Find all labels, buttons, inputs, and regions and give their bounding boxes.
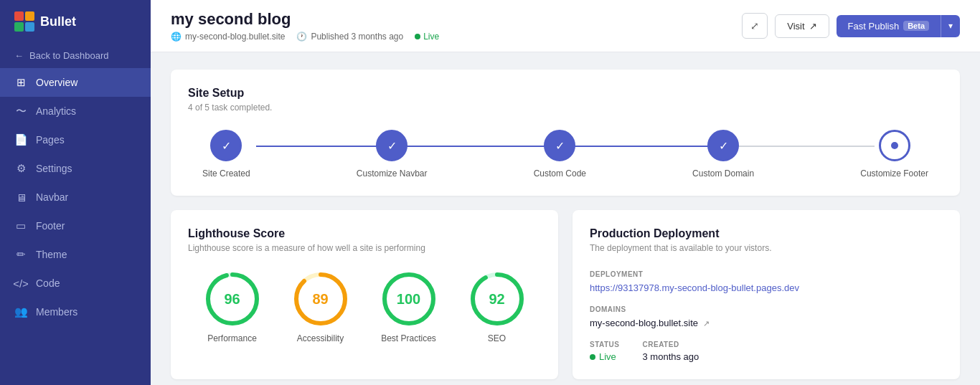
step-label-4: Custom Domain	[692, 168, 754, 179]
progress-steps: ✓ Site Created ✓ Customize Navbar ✓ Cust…	[188, 130, 943, 179]
sidebar-nav: ⊞ Overview 〜 Analytics 📄 Pages ⚙ Setting…	[0, 68, 151, 385]
deployment-status-value: Live	[590, 351, 620, 362]
deployment-status-label: STATUS	[590, 341, 620, 348]
header-meta: 🌐 my-second-blog.bullet.site 🕐 Published…	[171, 32, 439, 42]
site-setup-title: Site Setup	[188, 87, 943, 100]
score-number-accessibility: 89	[312, 291, 328, 308]
site-setup-subtitle: 4 of 5 task completed.	[188, 103, 943, 113]
score-number-best-practices: 100	[397, 291, 420, 308]
code-icon: </>	[14, 277, 27, 290]
step-customize-navbar: ✓ Customize Navbar	[357, 130, 428, 179]
back-to-dashboard[interactable]: ← Back to Dashboard	[0, 43, 151, 68]
deployment-domains-field: DOMAINS my-second-blog.bullet.site ↗	[590, 305, 943, 329]
step-circle-4: ✓	[707, 130, 739, 161]
content: Site Setup 4 of 5 task completed. ✓ Site…	[151, 52, 980, 385]
deployment-title: Production Deployment	[590, 227, 943, 240]
chevron-down-icon: ▾	[948, 21, 953, 31]
deployment-meta: STATUS Live CREATED 3 months ago	[590, 341, 943, 362]
lighthouse-card: Lighthouse Score Lighthouse score is a m…	[171, 210, 558, 379]
sidebar-item-members[interactable]: 👥 Members	[0, 298, 151, 326]
published-meta: 🕐 Published 3 months ago	[296, 32, 403, 42]
deployment-domains-label: DOMAINS	[590, 305, 943, 313]
members-icon: 👥	[14, 305, 27, 318]
score-best-practices: 100 Best Practices	[380, 270, 438, 343]
deployment-url-link[interactable]: https://93137978.my-second-blog-bullet.p…	[590, 282, 799, 293]
score-circle-accessibility: 89	[292, 270, 349, 328]
lighthouse-title: Lighthouse Score	[188, 227, 541, 240]
two-col-section: Lighthouse Score Lighthouse score is a m…	[171, 210, 960, 379]
share-button[interactable]: ⤢	[742, 13, 768, 39]
navbar-icon: 🖥	[14, 191, 27, 204]
sidebar-item-footer[interactable]: ▭ Footer	[0, 211, 151, 240]
site-setup-card: Site Setup 4 of 5 task completed. ✓ Site…	[171, 70, 960, 196]
overview-icon: ⊞	[14, 76, 27, 89]
header: my second blog 🌐 my-second-blog.bullet.s…	[151, 0, 980, 52]
deployment-status-field: STATUS Live	[590, 341, 620, 362]
analytics-icon: 〜	[14, 105, 27, 118]
back-arrow-icon: ←	[14, 50, 24, 61]
step-circle-1: ✓	[210, 130, 242, 161]
sidebar-item-settings[interactable]: ⚙ Settings	[0, 154, 151, 183]
score-number-performance: 96	[224, 291, 240, 308]
sidebar-item-pages[interactable]: 📄 Pages	[0, 125, 151, 154]
visit-button[interactable]: Visit ↗	[775, 14, 829, 38]
deployment-created-field: CREATED 3 months ago	[643, 341, 699, 362]
deployment-subtitle: The deployment that is available to your…	[590, 243, 943, 253]
score-seo: 92 SEO	[468, 270, 526, 343]
score-circle-performance: 96	[204, 270, 261, 328]
pages-icon: 📄	[14, 133, 27, 146]
fast-publish-button[interactable]: Fast Publish Beta	[837, 15, 941, 37]
step-custom-domain: ✓ Custom Domain	[692, 130, 754, 179]
logo: Bullet	[0, 0, 151, 43]
sidebar-item-navbar[interactable]: 🖥 Navbar	[0, 183, 151, 211]
main-area: my second blog 🌐 my-second-blog.bullet.s…	[151, 0, 980, 385]
deployment-card: Production Deployment The deployment tha…	[573, 210, 960, 379]
score-label-accessibility: Accessibility	[297, 333, 344, 343]
footer-icon: ▭	[14, 219, 27, 232]
score-circle-best-practices: 100	[380, 270, 438, 328]
step-circle-2: ✓	[376, 130, 407, 161]
clock-icon: 🕐	[296, 32, 307, 42]
live-dot	[415, 34, 420, 39]
status-live-dot	[590, 354, 595, 360]
step-site-created: ✓ Site Created	[202, 130, 250, 179]
header-left: my second blog 🌐 my-second-blog.bullet.s…	[171, 10, 439, 42]
lighthouse-subtitle: Lighthouse score is a measure of how wel…	[188, 243, 541, 253]
sidebar-item-code[interactable]: </> Code	[0, 269, 151, 298]
step-label-3: Custom Code	[534, 168, 586, 179]
beta-badge: Beta	[903, 21, 929, 31]
external-link-icon: ↗	[703, 319, 710, 328]
score-label-best-practices: Best Practices	[381, 333, 436, 343]
step-customize-footer: Customize Footer	[860, 130, 928, 179]
step-custom-code: ✓ Custom Code	[534, 130, 586, 179]
live-badge: Live	[415, 32, 439, 42]
lighthouse-scores: 96 Performance 89 Accessib	[188, 270, 541, 343]
step-label-2: Customize Navbar	[357, 168, 428, 179]
sidebar: Bullet ← Back to Dashboard ⊞ Overview 〜 …	[0, 0, 151, 385]
score-circle-seo: 92	[468, 270, 526, 328]
sidebar-item-overview[interactable]: ⊞ Overview	[0, 68, 151, 97]
deployment-created-label: CREATED	[643, 341, 699, 348]
header-actions: ⤢ Visit ↗ Fast Publish Beta ▾	[742, 13, 960, 39]
step-label-5: Customize Footer	[860, 168, 928, 179]
score-label-seo: SEO	[488, 333, 506, 343]
share-icon: ⤢	[750, 20, 759, 32]
settings-icon: ⚙	[14, 162, 27, 175]
score-accessibility: 89 Accessibility	[292, 270, 349, 343]
score-number-seo: 92	[489, 291, 504, 308]
fast-publish-dropdown-button[interactable]: ▾	[941, 15, 960, 37]
sidebar-item-analytics[interactable]: 〜 Analytics	[0, 97, 151, 125]
score-label-performance: Performance	[207, 333, 257, 343]
globe-icon: 🌐	[171, 32, 182, 42]
step-circle-5	[879, 130, 910, 161]
step-circle-3: ✓	[544, 130, 575, 161]
external-link-icon: ↗	[809, 21, 817, 32]
sidebar-item-theme[interactable]: ✏ Theme	[0, 240, 151, 269]
page-title: my second blog	[171, 10, 439, 29]
step-label-1: Site Created	[202, 168, 250, 179]
fast-publish-group: Fast Publish Beta ▾	[837, 15, 960, 37]
deployment-url-field: DEPLOYMENT https://93137978.my-second-bl…	[590, 270, 943, 294]
theme-icon: ✏	[14, 248, 27, 261]
deployment-url-label: DEPLOYMENT	[590, 270, 943, 278]
logo-icon	[14, 11, 34, 32]
